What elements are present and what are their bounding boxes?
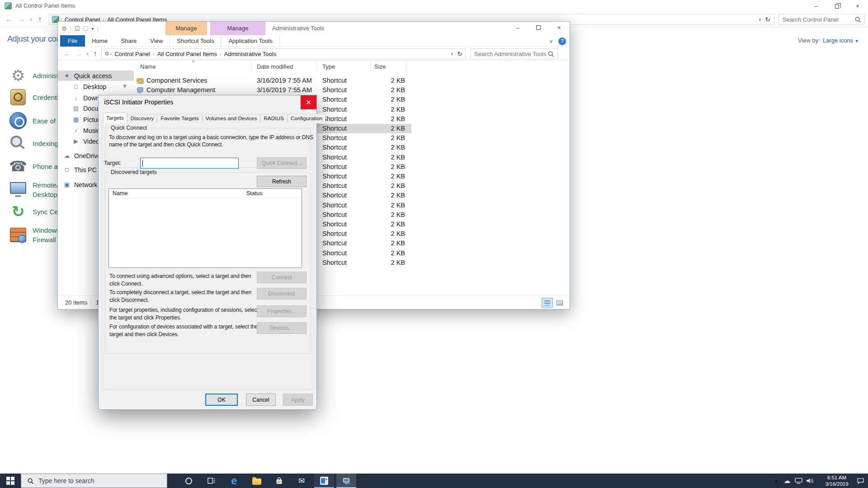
- forward-icon[interactable]: →: [75, 46, 82, 61]
- close-icon[interactable]: ×: [549, 22, 570, 33]
- start-button[interactable]: [0, 474, 21, 488]
- store-icon[interactable]: [269, 474, 289, 488]
- table-row[interactable]: Computer Management3/16/2019 7:55 AMShor…: [134, 85, 411, 95]
- up-icon[interactable]: ↑: [93, 46, 97, 61]
- sidebar-item-quick-access[interactable]: Quick access: [58, 70, 134, 81]
- breadcrumb-control-panel[interactable]: Control Panel: [113, 51, 152, 57]
- sidebar-item-desktop[interactable]: Desktop: [58, 81, 134, 92]
- tab-targets[interactable]: Targets: [103, 113, 127, 123]
- disconnect-button[interactable]: Disconnect: [257, 288, 307, 300]
- connect-button[interactable]: Connect: [257, 272, 307, 283]
- cortana-icon[interactable]: [179, 474, 198, 488]
- view-by-value[interactable]: Large icons: [823, 37, 853, 44]
- minimize-icon[interactable]: –: [806, 0, 826, 12]
- cell-size: 2 KB: [360, 181, 405, 191]
- details-view-button[interactable]: [542, 298, 553, 308]
- edge-icon[interactable]: e: [224, 474, 244, 488]
- refresh-icon[interactable]: ↻: [765, 16, 774, 23]
- volume-icon[interactable]: [805, 474, 815, 488]
- list-header: Name Status: [109, 189, 302, 198]
- address-dropdown-icon[interactable]: ∨: [755, 17, 765, 22]
- large-icons-view-button[interactable]: [554, 298, 565, 308]
- breadcrumb-all-control-panel-items[interactable]: All Control Panel Items: [156, 51, 219, 57]
- ok-button[interactable]: OK: [205, 394, 238, 406]
- new-folder-icon[interactable]: ☐: [83, 25, 89, 32]
- tab-volumes-and-devices[interactable]: Volumes and Devices: [203, 114, 260, 123]
- discovered-targets-list[interactable]: Name Status: [108, 188, 302, 268]
- refresh-icon[interactable]: ↻: [457, 50, 465, 57]
- close-icon[interactable]: ×: [847, 0, 868, 12]
- tab-shortcut-tools[interactable]: Shortcut Tools: [170, 35, 221, 47]
- dialog-titlebar[interactable]: iSCSI Initiator Properties ✕: [99, 95, 316, 109]
- tab-radius[interactable]: RADIUS: [260, 114, 287, 123]
- cell-type: Shortcut: [322, 105, 347, 114]
- onedrive-cloud-icon[interactable]: ☁: [782, 474, 792, 488]
- tray-chevron-icon[interactable]: ∧: [771, 474, 781, 488]
- column-divider[interactable]: [370, 62, 371, 71]
- column-divider[interactable]: [317, 62, 317, 71]
- task-view-icon[interactable]: [201, 474, 221, 488]
- tab-application-tools[interactable]: Application Tools: [221, 35, 279, 47]
- up-icon[interactable]: ↑: [38, 12, 42, 27]
- breadcrumb-administrative-tools[interactable]: Administrative Tools: [222, 51, 278, 57]
- quick-connect-button[interactable]: Quick Connect...: [257, 157, 307, 169]
- properties-icon[interactable]: ☑: [75, 25, 80, 32]
- back-icon[interactable]: ←: [5, 12, 13, 27]
- status-column-header[interactable]: Status: [246, 189, 262, 198]
- file-explorer-icon[interactable]: [247, 474, 267, 488]
- tab-home[interactable]: Home: [85, 35, 114, 47]
- close-icon[interactable]: ✕: [301, 95, 316, 109]
- fire-icon: [9, 226, 27, 244]
- clock[interactable]: 6:51 AM 3/16/2019: [819, 474, 854, 487]
- mail-icon[interactable]: ✉: [292, 474, 311, 488]
- column-header-type[interactable]: Type: [322, 61, 335, 72]
- apply-button[interactable]: Apply: [283, 394, 313, 406]
- table-row[interactable]: Component Services3/16/2019 7:55 AMShort…: [134, 76, 411, 85]
- help-icon[interactable]: ?: [558, 38, 566, 45]
- tab-share[interactable]: Share: [114, 35, 144, 47]
- history-dropdown-icon[interactable]: ∨: [86, 46, 89, 61]
- tab-configuration[interactable]: Configuration: [288, 114, 326, 123]
- maximize-glyph: [536, 25, 541, 30]
- cancel-button[interactable]: Cancel: [246, 394, 276, 406]
- column-header-name[interactable]: Name: [140, 61, 156, 72]
- tab-view[interactable]: View: [143, 35, 170, 47]
- sidebar-item-label: Music: [83, 127, 100, 134]
- taskbar-search[interactable]: Type here to search: [21, 474, 167, 488]
- name-column-header[interactable]: Name: [113, 189, 127, 198]
- expand-ribbon-icon[interactable]: ∨: [549, 38, 553, 44]
- maximize-icon[interactable]: [528, 22, 549, 33]
- explorer-search[interactable]: Search Administrative Tools: [470, 48, 558, 59]
- target-input[interactable]: [140, 158, 239, 169]
- customize-qat-icon[interactable]: ▾: [91, 26, 94, 31]
- sidebar-item-label: Network: [74, 181, 97, 188]
- devices-button[interactable]: Devices...: [257, 322, 307, 334]
- tab-discovery[interactable]: Discovery: [127, 114, 157, 123]
- view-by-control[interactable]: View by:Large icons ▼: [798, 37, 859, 44]
- folder-glyph: [252, 479, 261, 485]
- iscsi-taskbar-icon[interactable]: [336, 474, 356, 488]
- back-icon[interactable]: ←: [63, 46, 71, 61]
- tab-file[interactable]: File: [60, 35, 85, 47]
- column-divider[interactable]: [251, 62, 252, 71]
- ribbon-buttons: ∨ ?: [549, 35, 566, 47]
- search-icon[interactable]: [547, 51, 554, 57]
- properties-button[interactable]: Properties...: [257, 305, 307, 317]
- explorer-address-bar[interactable]: ⚙ ›Control Panel›All Control Panel Items…: [101, 48, 466, 59]
- app-window-icon[interactable]: [314, 474, 334, 488]
- cell-size: 2 KB: [360, 229, 405, 239]
- refresh-button[interactable]: Refresh: [257, 176, 307, 187]
- network-tray-icon[interactable]: [793, 474, 803, 488]
- search-icon[interactable]: [854, 16, 861, 23]
- column-header-size[interactable]: Size: [374, 61, 386, 72]
- tab-favorite-targets[interactable]: Favorite Targets: [157, 114, 202, 123]
- history-dropdown-icon[interactable]: ∨: [30, 12, 33, 27]
- column-header-date-modified[interactable]: Date modified: [257, 61, 293, 72]
- column-divider[interactable]: [406, 62, 406, 71]
- forward-icon[interactable]: →: [18, 12, 25, 27]
- action-center-icon[interactable]: [855, 474, 865, 488]
- address-dropdown-icon[interactable]: ∨: [447, 52, 458, 56]
- minimize-icon[interactable]: –: [507, 22, 528, 33]
- control-panel-search[interactable]: Search Control Panel: [778, 14, 865, 25]
- restore-icon[interactable]: [826, 0, 847, 12]
